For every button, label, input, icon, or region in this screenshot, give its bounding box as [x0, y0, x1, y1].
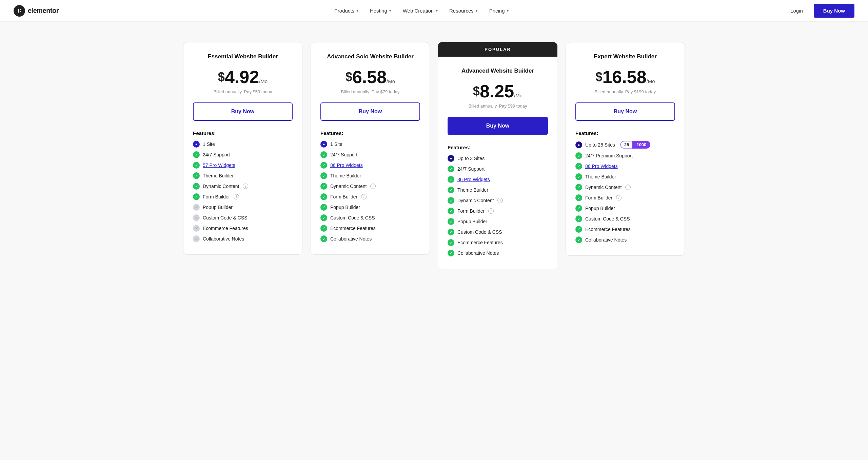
feature-item: ✓ Theme Builder: [193, 172, 293, 179]
price-period: /Mo: [387, 78, 395, 84]
feature-list-essential: ● 1 Site ✓ 24/7 Support ✓ 57 Pro Widgets…: [193, 141, 293, 242]
sites-toggle-1000[interactable]: 1000: [632, 141, 650, 149]
feature-check-icon: ✓: [448, 208, 454, 214]
popular-badge: POPULAR: [438, 42, 557, 57]
card-billed-essential: Billed annually. Pay $59 today: [193, 89, 293, 94]
feature-text-advanced-solo-0: 1 Site: [330, 141, 342, 147]
svg-rect-1: [18, 9, 19, 13]
info-icon[interactable]: i: [234, 194, 239, 199]
feature-text-advanced-solo-8: Ecommerce Features: [330, 226, 376, 231]
sites-toggle-25[interactable]: 25: [620, 141, 632, 149]
feature-text-advanced-solo-1: 24/7 Support: [330, 152, 357, 157]
login-button[interactable]: Login: [785, 5, 808, 16]
feature-item: ✓ Theme Builder: [448, 187, 548, 193]
logo[interactable]: elementor: [14, 5, 59, 17]
feature-check-icon: ✓: [448, 239, 454, 246]
svg-rect-3: [20, 11, 21, 12]
feature-check-icon: ✓: [320, 183, 327, 190]
feature-text-essential-7: Custom Code & CSS: [203, 215, 248, 221]
feature-check-icon: ✓: [448, 187, 454, 193]
info-icon[interactable]: i: [497, 198, 503, 203]
feature-check-icon: ✕: [193, 235, 200, 242]
feature-check-icon: ✓: [193, 193, 200, 200]
feature-check-icon: ✓: [448, 229, 454, 235]
buy-now-expert-button[interactable]: Buy Now: [575, 102, 675, 121]
price-dollar: $: [218, 70, 225, 84]
feature-check-icon: ✓: [575, 173, 582, 180]
svg-point-0: [16, 7, 23, 14]
feature-item: ✓ Ecommerce Features: [575, 226, 675, 233]
feature-link-essential-2[interactable]: 57 Pro Widgets: [203, 162, 235, 168]
card-title-advanced: Advanced Website Builder: [448, 68, 548, 74]
info-icon[interactable]: i: [243, 184, 248, 189]
info-icon[interactable]: i: [370, 184, 376, 189]
nav-web-creation[interactable]: Web Creation ▼: [398, 5, 443, 16]
nav-hosting[interactable]: Hosting ▼: [365, 5, 397, 16]
feature-item: ✓ 86 Pro Widgets: [575, 163, 675, 170]
info-icon[interactable]: i: [625, 185, 631, 190]
nav-pricing[interactable]: Pricing ▼: [485, 5, 514, 16]
buy-now-advanced-solo-button[interactable]: Buy Now: [320, 102, 420, 121]
feature-link-expert-2[interactable]: 86 Pro Widgets: [585, 164, 618, 169]
pricing-section: Essential Website Builder $4.92/Mo Bille…: [170, 22, 698, 296]
feature-item: ✓ Dynamic Contenti: [320, 183, 420, 190]
nav-products[interactable]: Products ▼: [330, 5, 364, 16]
feature-item: ✓ Collaborative Notes: [575, 236, 675, 243]
feature-text-essential-1: 24/7 Support: [203, 152, 230, 157]
nav-resources[interactable]: Resources ▼: [445, 5, 483, 16]
feature-check-icon: ✕: [193, 214, 200, 221]
pricing-card-essential: Essential Website Builder $4.92/Mo Bille…: [183, 42, 302, 255]
chevron-down-icon: ▼: [506, 9, 510, 13]
feature-item: ✓ 24/7 Support: [320, 151, 420, 158]
card-billed-advanced-solo: Billed annually. Pay $79 today: [320, 89, 420, 94]
card-billed-advanced: Billed annually. Pay $99 today: [448, 103, 548, 109]
feature-check-icon: ✓: [320, 193, 327, 200]
card-wrapper-essential: Essential Website Builder $4.92/Mo Bille…: [183, 42, 302, 255]
feature-text-advanced-solo-9: Collaborative Notes: [330, 236, 372, 242]
feature-text-advanced-solo-5: Form Builder: [330, 194, 357, 199]
feature-text-advanced-solo-3: Theme Builder: [330, 173, 361, 178]
feature-check-icon: ✓: [320, 225, 327, 232]
features-label-advanced-solo: Features:: [320, 130, 420, 136]
feature-item: ✓ Custom Code & CSS: [575, 215, 675, 222]
buy-now-advanced-button[interactable]: Buy Now: [448, 117, 548, 135]
feature-text-essential-6: Popup Builder: [203, 205, 233, 210]
info-icon[interactable]: i: [488, 208, 494, 214]
feature-check-icon: ✕: [193, 204, 200, 211]
feature-link-advanced-solo-2[interactable]: 86 Pro Widgets: [330, 162, 363, 168]
nav-links: Products ▼ Hosting ▼ Web Creation ▼ Reso…: [330, 5, 514, 16]
buy-now-essential-button[interactable]: Buy Now: [193, 102, 293, 121]
feature-item: ● Up to 25 Sites 25 1000: [575, 141, 675, 149]
info-icon[interactable]: i: [361, 194, 367, 199]
feature-check-icon: ✓: [575, 215, 582, 222]
info-icon[interactable]: i: [616, 195, 622, 200]
feature-item: ✓ 24/7 Support: [193, 151, 293, 158]
feature-text-advanced-solo-6: Popup Builder: [330, 205, 360, 210]
chevron-down-icon: ▼: [356, 9, 359, 13]
card-price-expert: $16.58/Mo: [575, 67, 675, 87]
feature-check-icon: ✓: [448, 166, 454, 172]
feature-text-essential-8: Ecommerce Features: [203, 226, 248, 231]
feature-check-icon: ✓: [193, 151, 200, 158]
price-main: 6.58: [352, 67, 387, 87]
feature-item: ✓ 24/7 Support: [448, 166, 548, 172]
feature-text-advanced-solo-4: Dynamic Content: [330, 184, 367, 189]
feature-check-icon: ✓: [320, 172, 327, 179]
price-dollar: $: [595, 70, 602, 84]
feature-text-advanced-6: Popup Builder: [457, 219, 487, 224]
features-label-advanced: Features:: [448, 145, 548, 150]
feature-text-expert-6: Popup Builder: [585, 206, 615, 211]
feature-list-advanced: ● Up to 3 Sites ✓ 24/7 Support ✓ 86 Pro …: [448, 155, 548, 256]
feature-item: ✓ Popup Builder: [448, 218, 548, 225]
feature-item: ✓ Collaborative Notes: [320, 235, 420, 242]
feature-text-advanced-3: Theme Builder: [457, 187, 488, 193]
feature-text-essential-9: Collaborative Notes: [203, 236, 244, 242]
price-main: 4.92: [225, 67, 259, 87]
feature-link-advanced-2[interactable]: 86 Pro Widgets: [457, 177, 490, 182]
sites-toggle[interactable]: 25 1000: [620, 141, 650, 149]
feature-item: ✓ Custom Code & CSS: [320, 214, 420, 221]
buy-now-nav-button[interactable]: Buy Now: [814, 4, 854, 18]
features-label-expert: Features:: [575, 130, 675, 136]
feature-item: ✓ Popup Builder: [320, 204, 420, 211]
pricing-card-advanced: Advanced Website Builder $8.25/Mo Billed…: [438, 57, 557, 269]
